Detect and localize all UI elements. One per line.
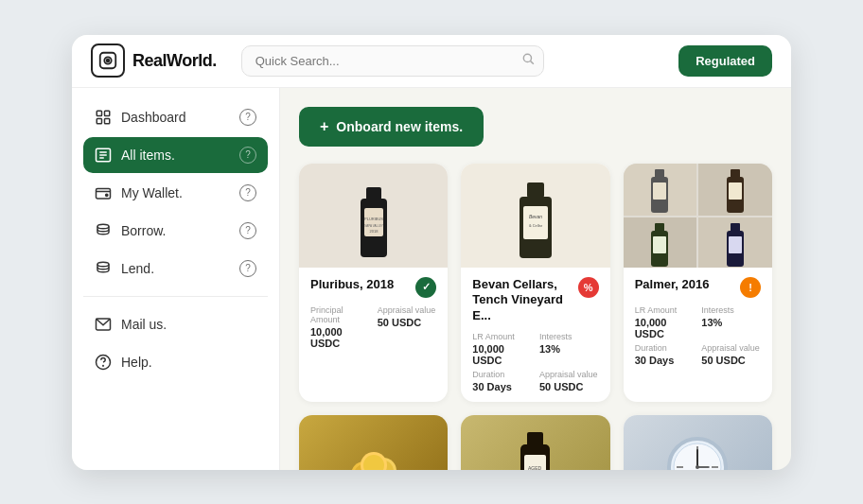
duration-label: Duration bbox=[472, 370, 532, 379]
card-title: Palmer, 2016 bbox=[635, 277, 710, 293]
logo: RealWorld. bbox=[91, 43, 217, 78]
duration-label: Duration bbox=[635, 343, 695, 353]
svg-rect-31 bbox=[655, 169, 664, 178]
sidebar-item-all-items[interactable]: All items. ? bbox=[83, 137, 268, 173]
card-image-bevan: Bevan & Cellar bbox=[461, 164, 609, 268]
sidebar-divider bbox=[83, 296, 268, 297]
status-badge-green: ✓ bbox=[415, 277, 436, 298]
search-bar[interactable] bbox=[241, 45, 544, 77]
svg-rect-6 bbox=[105, 111, 110, 115]
sidebar-item-lend[interactable]: Lend. ? bbox=[83, 251, 268, 287]
card-image-palmer bbox=[624, 164, 772, 268]
sidebar-item-help[interactable]: Help. bbox=[83, 344, 268, 380]
wine-bottle-svg: PLURIBUS NAPA VALLEY 2018 bbox=[345, 168, 402, 263]
svg-rect-40 bbox=[731, 223, 740, 232]
lend-icon bbox=[95, 260, 112, 277]
sidebar-item-label: Lend. bbox=[121, 261, 154, 276]
item-card-pluribus[interactable]: PLURIBUS NAPA VALLEY 2018 Pluribus, 2018… bbox=[299, 164, 448, 403]
appraisal-value: 50 USDC bbox=[701, 355, 761, 366]
sidebar: Dashboard ? All items. ? bbox=[72, 88, 280, 470]
all-items-help-icon: ? bbox=[239, 147, 256, 164]
card-body-pluribus: Pluribus, 2018 ✓ Principal Amount 10,000… bbox=[299, 268, 448, 358]
svg-point-15 bbox=[97, 224, 109, 229]
sidebar-item-label: My Wallet. bbox=[121, 185, 183, 200]
principal-value: 10,000 USDC bbox=[310, 326, 370, 349]
svg-rect-34 bbox=[731, 169, 740, 178]
search-input[interactable] bbox=[241, 45, 544, 77]
svg-text:NAPA VALLEY: NAPA VALLEY bbox=[364, 224, 383, 228]
onboard-button[interactable]: + Onboard new items. bbox=[299, 107, 484, 147]
card-image-watch bbox=[624, 415, 772, 469]
svg-text:PLURIBUS: PLURIBUS bbox=[364, 217, 383, 221]
svg-point-19 bbox=[103, 365, 104, 366]
wallet-help-icon: ? bbox=[239, 184, 256, 201]
appraisal-label: Appraisal value bbox=[539, 370, 599, 379]
svg-line-4 bbox=[530, 61, 533, 64]
item-card-spirits[interactable]: AGED SPIRITS bbox=[461, 415, 609, 469]
app-window: RealWorld. Regulated bbox=[72, 35, 791, 470]
sidebar-item-label: Mail us. bbox=[121, 317, 167, 332]
card-body-bevan: Bevan Cellars, Tench Vineyard E... % LR … bbox=[461, 268, 609, 403]
svg-point-16 bbox=[97, 262, 109, 267]
svg-rect-5 bbox=[97, 111, 101, 115]
sidebar-item-label: Borrow. bbox=[121, 223, 166, 238]
card-title: Pluribus, 2018 bbox=[310, 277, 394, 293]
borrow-help-icon: ? bbox=[239, 222, 256, 239]
svg-rect-39 bbox=[653, 236, 666, 253]
mail-icon bbox=[95, 316, 112, 333]
svg-rect-13 bbox=[97, 188, 111, 199]
svg-rect-8 bbox=[105, 118, 110, 123]
svg-point-63 bbox=[696, 465, 699, 469]
item-card-gold[interactable] bbox=[299, 415, 448, 469]
sidebar-item-dashboard[interactable]: Dashboard ? bbox=[83, 99, 268, 135]
svg-rect-20 bbox=[366, 187, 381, 200]
svg-point-2 bbox=[107, 60, 110, 62]
lr-value: 10,000 USDC bbox=[472, 343, 532, 366]
svg-rect-50 bbox=[527, 432, 543, 446]
lr-label: LR Amount bbox=[472, 332, 532, 341]
interests-label: Interests bbox=[701, 305, 761, 315]
plus-icon: + bbox=[320, 118, 328, 135]
duration-value: 30 Days bbox=[635, 355, 695, 366]
logo-icon bbox=[91, 43, 125, 78]
all-items-icon bbox=[95, 147, 112, 164]
borrow-icon bbox=[95, 222, 112, 239]
svg-point-3 bbox=[523, 54, 531, 61]
svg-text:2018: 2018 bbox=[369, 229, 379, 234]
appraisal-value: 50 USDC bbox=[539, 381, 599, 392]
main-content: Dashboard ? All items. ? bbox=[72, 88, 791, 470]
lend-help-icon: ? bbox=[239, 260, 256, 277]
sidebar-item-borrow[interactable]: Borrow. ? bbox=[83, 213, 268, 249]
svg-text:AGED: AGED bbox=[528, 465, 542, 470]
item-card-watch[interactable] bbox=[624, 415, 772, 469]
regulated-button[interactable]: Regulated bbox=[678, 45, 772, 77]
appraisal-label: Appraisal value bbox=[378, 305, 437, 315]
dashboard-icon bbox=[95, 109, 112, 126]
interests-value: 13% bbox=[701, 317, 761, 328]
sidebar-item-mail[interactable]: Mail us. bbox=[83, 306, 268, 342]
card-image-spirits: AGED SPIRITS bbox=[461, 415, 609, 469]
logo-text: RealWorld. bbox=[132, 51, 217, 71]
duration-value: 30 Days bbox=[472, 381, 532, 392]
bevan-bottle-svg: Bevan & Cellar bbox=[502, 168, 569, 263]
sidebar-item-label: Help. bbox=[121, 355, 152, 370]
item-card-bevan[interactable]: Bevan & Cellar Bevan Cellars, Tench Vine… bbox=[461, 164, 609, 403]
sidebar-item-my-wallet[interactable]: My Wallet. ? bbox=[83, 175, 268, 211]
svg-rect-36 bbox=[729, 182, 742, 200]
lr-value: 10,000 USDC bbox=[635, 317, 695, 339]
top-bar: RealWorld. Regulated bbox=[72, 35, 791, 88]
card-image-pluribus: PLURIBUS NAPA VALLEY 2018 bbox=[299, 164, 448, 268]
svg-text:& Cellar: & Cellar bbox=[529, 223, 543, 228]
svg-rect-7 bbox=[97, 118, 101, 123]
appraisal-label: Appraisal value bbox=[701, 343, 761, 353]
svg-rect-37 bbox=[655, 223, 664, 232]
card-image-gold bbox=[299, 415, 448, 469]
appraisal-value: 50 USDC bbox=[378, 317, 437, 328]
items-grid: PLURIBUS NAPA VALLEY 2018 Pluribus, 2018… bbox=[299, 164, 772, 470]
help-circle-icon bbox=[95, 354, 112, 371]
item-card-palmer[interactable]: Palmer, 2016 ! LR Amount 10,000 USDC Int… bbox=[624, 164, 772, 403]
wallet-icon bbox=[95, 184, 112, 201]
sidebar-item-label: Dashboard bbox=[121, 110, 186, 125]
svg-text:Bevan: Bevan bbox=[529, 214, 542, 219]
principal-label: Principal Amount bbox=[310, 305, 370, 324]
